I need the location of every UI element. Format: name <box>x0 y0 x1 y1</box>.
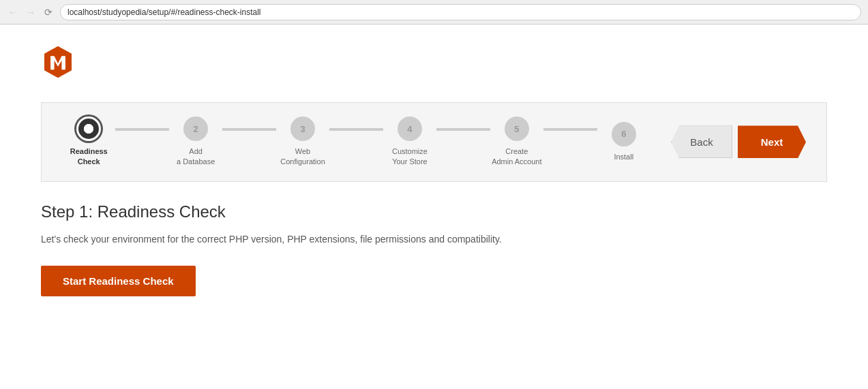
step-progress-bar: ReadinessCheck 2 Adda Database 3 WebConf… <box>62 116 650 168</box>
next-button[interactable]: Next <box>738 125 806 158</box>
step-4-label: CustomizeYour Store <box>392 146 428 168</box>
step-1-label: ReadinessCheck <box>70 146 108 168</box>
step-title: Step 1: Readiness Check <box>41 202 827 221</box>
main-content: Step 1: Readiness Check Let's check your… <box>41 202 827 296</box>
step-2-label: Adda Database <box>177 146 215 168</box>
step-1-circle <box>76 116 101 141</box>
step-3-circle: 3 <box>290 116 315 141</box>
logo-wrap <box>41 45 827 82</box>
step-5-label: CreateAdmin Account <box>492 146 541 168</box>
svg-marker-0 <box>44 46 72 78</box>
step-2-circle: 2 <box>183 116 208 141</box>
step-5-circle: 5 <box>505 116 529 141</box>
forward-nav-button[interactable]: → <box>25 6 37 18</box>
step-connector-1-2 <box>115 128 168 131</box>
refresh-button[interactable]: ⟳ <box>42 6 55 18</box>
page-content: ReadinessCheck 2 Adda Database 3 WebConf… <box>0 25 868 317</box>
step-5: 5 CreateAdmin Account <box>490 116 543 168</box>
step-connector-2-3 <box>222 128 275 131</box>
step-connector-5-6 <box>543 128 597 131</box>
step-1: ReadinessCheck <box>62 116 115 168</box>
stepper-section: ReadinessCheck 2 Adda Database 3 WebConf… <box>41 102 827 182</box>
back-nav-button[interactable]: ← <box>7 6 19 18</box>
step-6-circle: 6 <box>612 122 636 146</box>
step-4: 4 CustomizeYour Store <box>383 116 436 168</box>
step-3-label: WebConfiguration <box>280 146 325 168</box>
step-4-circle: 4 <box>398 116 422 141</box>
back-button[interactable]: Back <box>671 125 732 158</box>
step-connector-3-4 <box>329 128 383 131</box>
magento-logo-icon <box>41 45 75 79</box>
start-readiness-check-button[interactable]: Start Readiness Check <box>41 266 196 296</box>
step-2: 2 Adda Database <box>169 116 222 168</box>
browser-chrome: ← → ⟳ localhost/studyopedia/setup/#/read… <box>0 0 868 25</box>
step-description: Let's check your environment for the cor… <box>41 232 827 247</box>
nav-buttons: Back Next <box>671 125 806 158</box>
step-6: 6 Install <box>597 122 650 162</box>
address-bar[interactable]: localhost/studyopedia/setup/#/readiness-… <box>60 4 861 20</box>
step-3: 3 WebConfiguration <box>276 116 329 168</box>
step-connector-4-5 <box>436 128 490 131</box>
step-6-label: Install <box>614 152 633 162</box>
url-text: localhost/studyopedia/setup/#/readiness-… <box>68 7 261 17</box>
